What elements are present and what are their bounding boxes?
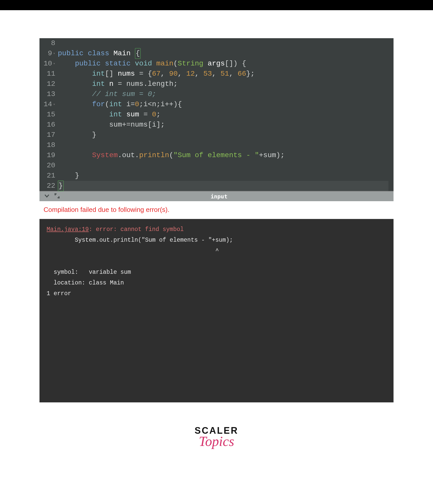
line-number: 21 xyxy=(44,171,55,181)
code-token: args xyxy=(208,59,225,69)
code-token xyxy=(131,59,135,69)
input-section-bar: input xyxy=(39,191,394,201)
editor-code-area[interactable]: public class Main { public static void m… xyxy=(58,38,394,191)
line-number: 20 xyxy=(44,160,55,171)
code-token: 66 xyxy=(238,69,246,79)
code-token: sum+=nums[i]; xyxy=(58,120,165,130)
line-number: 15 xyxy=(44,110,55,120)
code-token: for xyxy=(92,99,105,110)
line-number: 22 xyxy=(44,181,55,191)
code-line[interactable]: int sum = 0; xyxy=(58,110,388,120)
code-token xyxy=(131,48,135,59)
code-token: println xyxy=(139,150,169,160)
console-location: location: class Main xyxy=(47,280,124,286)
error-location: Main.java:19 xyxy=(47,226,89,233)
line-number: 13 xyxy=(44,89,55,99)
code-line[interactable]: public static void main(String args[]) { xyxy=(58,59,388,69)
code-token: = { xyxy=(135,69,152,79)
code-token: , xyxy=(229,69,238,79)
code-token: "Sum of elements - " xyxy=(173,150,259,160)
code-token xyxy=(58,89,92,99)
code-token: } xyxy=(58,181,64,191)
line-number: 12 xyxy=(44,79,55,89)
code-token: []) { xyxy=(225,59,246,69)
line-number: 8 xyxy=(44,38,55,48)
code-line[interactable]: int[] nums = {67, 90, 12, 53, 51, 66}; xyxy=(58,69,388,79)
code-line[interactable] xyxy=(58,140,388,150)
line-number: 18 xyxy=(44,140,55,150)
console-line: System.out.println("Sum of elements - "+… xyxy=(47,237,233,243)
code-line[interactable]: System.out.println("Sum of elements - "+… xyxy=(58,150,388,160)
code-token: nums xyxy=(118,69,135,79)
code-token: 67 xyxy=(152,69,161,79)
code-token: 51 xyxy=(221,69,229,79)
code-token: } xyxy=(58,171,79,181)
code-token: [] xyxy=(105,69,118,79)
code-line[interactable]: } xyxy=(58,171,388,181)
code-token: ( xyxy=(173,59,178,69)
error-text: : error: cannot find symbol xyxy=(89,226,184,233)
code-line[interactable] xyxy=(58,160,388,171)
code-token: int xyxy=(92,69,105,79)
code-token: , xyxy=(178,69,186,79)
code-token xyxy=(101,59,105,69)
code-token: void xyxy=(135,59,152,69)
code-token: } xyxy=(58,130,96,140)
code-token: 12 xyxy=(186,69,195,79)
line-number: 16 xyxy=(44,120,55,130)
code-token: i= xyxy=(122,99,135,110)
console-caret: ^ xyxy=(47,248,219,254)
line-number: 19 xyxy=(44,150,55,160)
code-line[interactable]: sum+=nums[i]; xyxy=(58,120,388,130)
code-line[interactable]: // int sum = 0; xyxy=(58,89,388,99)
code-token: // int sum = 0; xyxy=(92,89,156,99)
code-line[interactable]: } xyxy=(58,181,388,191)
line-number: 9▾ xyxy=(44,48,55,59)
fold-toggle-icon[interactable]: ▾ xyxy=(53,99,55,110)
code-line[interactable]: } xyxy=(58,130,388,140)
code-token xyxy=(58,150,92,160)
code-token xyxy=(58,79,92,89)
code-token xyxy=(58,59,75,69)
code-token: = nums.length; xyxy=(114,79,178,89)
code-token: int xyxy=(92,79,105,89)
logo-bottom: Topics xyxy=(0,433,433,449)
code-token: , xyxy=(160,69,169,79)
code-token xyxy=(105,79,109,89)
code-token: System xyxy=(92,150,118,160)
code-token: , xyxy=(212,69,221,79)
line-number: 17 xyxy=(44,130,55,140)
code-token: ; xyxy=(156,110,161,120)
line-number: 14▾ xyxy=(44,99,55,110)
code-line[interactable]: public class Main { xyxy=(58,48,388,59)
code-token: 90 xyxy=(169,69,178,79)
code-token: public xyxy=(75,59,101,69)
code-token: Main xyxy=(114,48,131,59)
fold-toggle-icon[interactable]: ▾ xyxy=(53,59,55,69)
line-number: 10▾ xyxy=(44,59,55,69)
scaler-topics-logo: SCALER Topics xyxy=(0,425,433,449)
output-console[interactable]: Main.java:19: error: cannot find symbol … xyxy=(39,219,394,402)
code-token: = xyxy=(139,110,152,120)
fold-toggle-icon[interactable]: ▾ xyxy=(53,48,55,59)
code-line[interactable]: for(int i=0;i<n;i++){ xyxy=(58,99,388,110)
code-editor[interactable]: 89▾10▾11121314▾1516171819202122 public c… xyxy=(39,38,394,191)
code-token: }; xyxy=(246,69,255,79)
code-token: 53 xyxy=(203,69,212,79)
code-token: String xyxy=(178,59,204,69)
console-symbol: symbol: variable sum xyxy=(47,269,131,276)
code-token: main xyxy=(156,59,173,69)
code-token: n xyxy=(109,79,114,89)
code-line[interactable]: int n = nums.length; xyxy=(58,79,388,89)
code-token xyxy=(122,110,126,120)
code-token: int xyxy=(109,99,122,110)
code-token: 0 xyxy=(135,99,139,110)
code-line[interactable] xyxy=(58,38,388,48)
code-token: sum xyxy=(126,110,139,120)
code-token: class xyxy=(88,48,109,59)
code-token: int xyxy=(109,110,122,120)
code-token xyxy=(203,59,208,69)
top-black-bar xyxy=(0,0,433,10)
code-token: public xyxy=(58,48,84,59)
code-token xyxy=(109,48,114,59)
